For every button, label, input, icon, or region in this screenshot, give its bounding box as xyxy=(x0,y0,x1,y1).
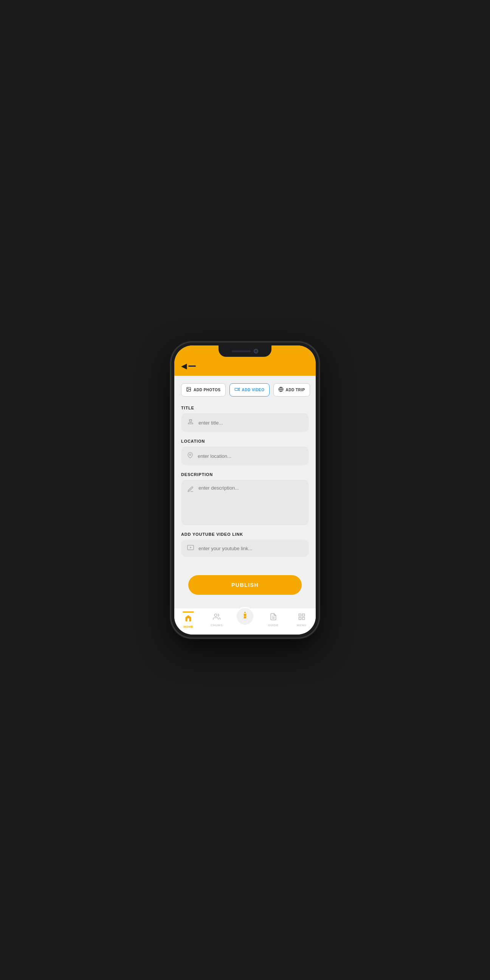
back-button[interactable]: ◀ xyxy=(181,361,196,371)
photos-icon xyxy=(186,387,191,393)
traveler-icon xyxy=(241,611,249,621)
app-header: ◀ xyxy=(174,345,316,376)
svg-marker-9 xyxy=(190,547,192,549)
title-icon xyxy=(187,418,194,427)
description-input[interactable] xyxy=(198,485,303,519)
description-icon xyxy=(187,486,194,494)
youtube-field-wrapper xyxy=(181,539,309,557)
nav-active-indicator xyxy=(182,611,194,612)
globe-icon xyxy=(278,387,284,393)
tab-add-photos-label: ADD PHOTOS xyxy=(193,388,221,392)
camera xyxy=(254,349,258,353)
phone-screen: ◀ ADD PHOTOS ADD VIDEO xyxy=(174,345,316,635)
nav-label-guide: GUIDE xyxy=(268,624,279,627)
tab-add-video[interactable]: ADD VIDEO xyxy=(230,383,270,396)
guide-icon xyxy=(270,613,277,622)
video-icon xyxy=(235,387,240,393)
location-label: LOCATION xyxy=(181,439,309,444)
speaker xyxy=(232,350,251,352)
svg-point-10 xyxy=(214,614,217,617)
tab-add-trip-label: ADD TRIP xyxy=(286,388,305,392)
nav-item-home[interactable]: HOME xyxy=(179,611,198,628)
bottom-nav: HOME CHUMS GUIDE xyxy=(174,608,316,635)
publish-button[interactable]: PUBLISH xyxy=(188,575,302,595)
svg-point-7 xyxy=(189,454,191,455)
svg-point-11 xyxy=(244,612,246,613)
nav-item-menu[interactable]: MENU xyxy=(292,613,311,627)
nav-label-menu: MENU xyxy=(297,624,307,627)
svg-point-1 xyxy=(187,388,188,389)
chums-icon xyxy=(213,613,220,622)
svg-rect-14 xyxy=(299,614,301,616)
phone-frame: ◀ ADD PHOTOS ADD VIDEO xyxy=(171,342,319,638)
home-icon xyxy=(184,614,192,624)
nav-item-center[interactable] xyxy=(236,614,254,626)
location-pin-icon xyxy=(187,452,193,460)
youtube-label: ADD YOUTUBE VIDEO LINK xyxy=(181,532,309,536)
svg-rect-17 xyxy=(302,617,304,620)
tab-add-video-label: ADD VIDEO xyxy=(242,388,265,392)
notch xyxy=(219,345,271,357)
youtube-icon xyxy=(187,545,194,552)
svg-rect-15 xyxy=(302,614,304,616)
svg-marker-3 xyxy=(238,388,239,391)
main-content: ADD PHOTOS ADD VIDEO ADD TRIP TITLE xyxy=(174,376,316,608)
description-label: DESCRIPTION xyxy=(181,472,309,477)
tab-bar: ADD PHOTOS ADD VIDEO ADD TRIP xyxy=(181,383,309,396)
back-line xyxy=(188,366,196,367)
title-input[interactable] xyxy=(198,420,303,426)
youtube-input[interactable] xyxy=(198,546,303,551)
nav-label-chums: CHUMS xyxy=(211,624,223,627)
description-field-wrapper xyxy=(181,480,309,525)
menu-icon xyxy=(298,613,306,622)
location-input[interactable] xyxy=(198,453,303,459)
nav-label-home: HOME xyxy=(183,625,193,628)
tab-add-photos[interactable]: ADD PHOTOS xyxy=(181,383,226,396)
title-label: TITLE xyxy=(181,406,309,410)
back-arrow-icon: ◀ xyxy=(181,361,187,371)
nav-item-guide[interactable]: GUIDE xyxy=(264,613,283,627)
tab-add-trip[interactable]: ADD TRIP xyxy=(273,383,310,396)
nav-item-chums[interactable]: CHUMS xyxy=(207,613,226,627)
title-field-wrapper xyxy=(181,413,309,432)
svg-rect-16 xyxy=(299,617,301,620)
nav-center-circle xyxy=(236,607,254,626)
svg-rect-2 xyxy=(235,388,238,390)
location-field-wrapper xyxy=(181,447,309,465)
